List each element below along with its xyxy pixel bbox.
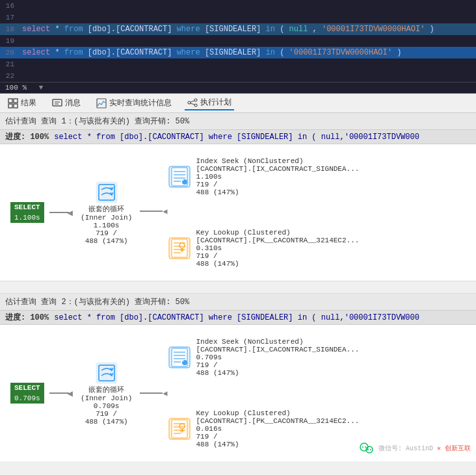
query2-progress-label: 进度: 100% <box>5 312 49 323</box>
query1-nested-loop-title: 嵌套的循环 (Inner Join) 1.100s 719 / 488 (147… <box>81 204 132 245</box>
query1-is-actual: 488 (147%) <box>196 188 360 196</box>
query2-nested-loop-title: 嵌套的循环 (Inner Join) 0.709s 719 / 488 (147… <box>81 385 132 426</box>
query1-is-title: Index Seek (NonClustered) <box>196 157 360 165</box>
line-num-20: 20 <box>0 47 20 58</box>
query2-kl-time: 0.016s <box>196 425 360 433</box>
query2-kl-subtitle: [CACONTRACT].[PK__CACONTRA__3214EC2... <box>196 417 360 425</box>
query1-arrow-top: ◀ <box>140 207 167 216</box>
svg-rect-24 <box>172 239 187 257</box>
query1-progress-label: 进度: 100% <box>5 131 49 142</box>
query2-info-text: 估计查询 查询 2：(与该批有关的) 查询开销: 50% <box>5 298 189 307</box>
query2-nested-loop-node: 嵌套的循环 (Inner Join) 0.709s 719 / 488 (147… <box>81 361 132 426</box>
code-line-19: 19 <box>0 35 476 47</box>
index-seek-icon-2 <box>168 346 191 369</box>
line-num-16: 16 <box>0 0 20 12</box>
toolbar-execution-plan[interactable]: 执行计划 <box>185 96 234 110</box>
query1-nl-rows: 719 / <box>81 229 132 237</box>
zoom-value: 100 % <box>5 84 27 92</box>
kw-select-1: select <box>22 25 50 34</box>
execution-plan-label: 执行计划 <box>200 97 231 108</box>
query1-nl-subtitle: (Inner Join) <box>81 214 132 222</box>
query1-progress-sql: select * from [dbo].[CACONTRACT] where [… <box>54 133 419 142</box>
kw-in-2: in <box>266 48 275 57</box>
query1-plan-diagram: SELECT 1.100s ◀ <box>0 144 476 281</box>
line-num-17: 17 <box>0 12 20 23</box>
toolbar-realtime[interactable]: 实时查询统计信息 <box>94 96 174 110</box>
scrollbar-indicator[interactable]: ▼ <box>39 84 44 92</box>
svg-line-12 <box>191 103 194 105</box>
code-line-22: 22 <box>0 70 476 82</box>
svg-point-54 <box>365 446 366 448</box>
query1-index-seek: Index Seek (NonClustered) [CACONTRACT].[… <box>168 157 360 196</box>
code-line-18[interactable]: 18 select * from [dbo].[CACONTRACT] wher… <box>0 23 476 35</box>
code-lines: 16 17 18 select * from [dbo].[CACONTRACT… <box>0 0 476 82</box>
query2-section: 估计查询 查询 2：(与该批有关的) 查询开销: 50% 进度: 100% se… <box>0 294 476 461</box>
query2-arrow-2: ◀ <box>140 389 167 398</box>
toolbar-messages[interactable]: 消息 <box>49 96 83 110</box>
q2-arrow-line-1 <box>49 392 69 394</box>
svg-rect-3 <box>14 104 18 108</box>
query2-is-rows: 719 / <box>196 361 360 369</box>
results-label: 结果 <box>21 97 36 109</box>
line-num-18: 18 <box>0 23 20 35</box>
realtime-label: 实时查询统计信息 <box>109 97 172 109</box>
query1-nl-actual: 488 (147%) <box>81 237 132 245</box>
line-content-18: select * from [dbo].[CACONTRACT] where [… <box>20 23 476 35</box>
arrow-line-top <box>140 211 163 212</box>
code-line-20[interactable]: 20 select * from [dbo].[CACONTRACT] wher… <box>0 47 476 58</box>
query2-index-seek: Index Seek (NonClustered) [CACONTRACT].[… <box>168 338 360 377</box>
svg-rect-7 <box>97 99 106 108</box>
index-seek-icon-1 <box>168 165 191 188</box>
svg-point-53 <box>362 446 364 448</box>
toolbar-results[interactable]: 结果 <box>5 96 39 110</box>
query1-section: 估计查询 查询 1：(与该批有关的) 查询开销: 50% 进度: 100% se… <box>0 113 476 281</box>
line-content-20: select * from [dbo].[CACONTRACT] where [… <box>20 47 476 58</box>
obj-dbo-1: [dbo].[CACONTRACT] <box>88 25 177 34</box>
sym-star-1: * <box>55 25 64 34</box>
kw-null-1: null <box>289 25 308 34</box>
nested-loop-icon-1 <box>95 181 118 204</box>
query2-progress-sql: select * from [dbo].[CACONTRACT] where [… <box>54 313 419 322</box>
plan-icon <box>187 97 198 108</box>
query1-kl-subtitle: [CACONTRACT].[PK__CACONTRA__3214EC2... <box>196 237 360 244</box>
code-line-16: 16 <box>0 0 476 12</box>
query1-progress-bar: 进度: 100% select * from [dbo].[CACONTRACT… <box>0 130 476 144</box>
query2-info-bar: 估计查询 查询 2：(与该批有关的) 查询开销: 50% <box>0 294 476 311</box>
query1-key-lookup: Key Lookup (Clustered) [CACONTRACT].[PK_… <box>168 229 360 268</box>
query2-right-nodes: Index Seek (NonClustered) [CACONTRACT].[… <box>168 338 360 448</box>
query1-kl-time: 0.310s <box>196 244 360 252</box>
message-icon <box>52 98 62 109</box>
query1-select-badge: SELECT <box>10 202 44 212</box>
query1-nl-time: 1.100s <box>81 222 132 229</box>
watermark-company: ✕ 创新互联 <box>437 444 471 453</box>
code-line-21: 21 <box>0 58 476 70</box>
query2-select-node: SELECT 0.709s <box>10 383 44 404</box>
key-lookup-icon-1 <box>168 237 191 260</box>
query2-select-time: 0.709s <box>10 393 44 404</box>
svg-rect-0 <box>8 99 12 103</box>
svg-point-9 <box>194 99 197 101</box>
str-val-2: '00001I73TDVW0000HAOI' <box>289 48 392 57</box>
arrow-head-top: ◀ <box>163 207 167 216</box>
messages-label: 消息 <box>65 97 81 109</box>
query1-is-rows: 719 / <box>196 181 360 188</box>
query2-plan-row: SELECT 0.709s ◀ <box>10 338 466 448</box>
q2-arrow-line-2 <box>140 392 163 394</box>
query2-is-time: 0.709s <box>196 353 360 361</box>
query2-kl-rows: 719 / <box>196 433 360 441</box>
query2-nl-actual: 488 (147%) <box>81 418 132 426</box>
col-1: [SIGNDEALER] <box>205 25 266 34</box>
kw-where-1: where <box>177 25 200 34</box>
code-editor: 16 17 18 select * from [dbo].[CACONTRACT… <box>0 0 476 94</box>
kw-from-2: from <box>64 48 83 57</box>
line-num-19: 19 <box>0 35 20 47</box>
toolbar: 结果 消息 实时查询统计信息 执行计划 <box>0 94 476 113</box>
arrow-line-1 <box>49 212 69 213</box>
query1-arrow-group: ◀ <box>140 207 167 219</box>
svg-rect-1 <box>14 99 18 103</box>
query2-key-lookup: Key Lookup (Clustered) [CACONTRACT].[PK_… <box>168 409 360 448</box>
paren-2: ( <box>280 48 289 57</box>
kw-where-2: where <box>177 48 200 57</box>
query2-progress-bar: 进度: 100% select * from [dbo].[CACONTRACT… <box>0 311 476 325</box>
kw-in-1: in <box>266 25 275 34</box>
